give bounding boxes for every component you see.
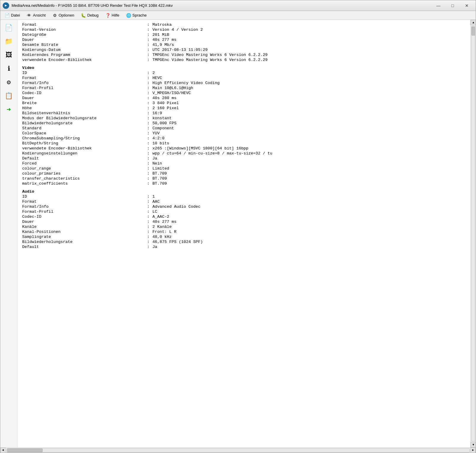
menu-item-datei[interactable]: 📄Datei	[1, 12, 23, 19]
row-key: verwendete Encoder-Bibliothek	[21, 146, 145, 151]
vertical-scrollbar-track[interactable]	[471, 26, 475, 441]
row-value: 201 MiB	[151, 32, 467, 37]
row-sep: :	[145, 121, 151, 126]
row-sep: :	[145, 161, 151, 166]
content-area[interactable]: Format:MatroskaFormat-Version:Version 4 …	[17, 20, 470, 447]
row-sep: :	[145, 111, 151, 116]
menu-item-optionen[interactable]: ⚙Optionen	[49, 12, 77, 19]
horizontal-scrollbar-track[interactable]	[6, 448, 470, 452]
row-value: Front: L R	[151, 229, 467, 234]
row-value: BT.709	[151, 181, 467, 186]
row-sep: :	[145, 194, 151, 199]
row-sep: :	[145, 209, 151, 214]
row-key: Höhe	[21, 106, 145, 111]
minimize-button[interactable]: —	[432, 1, 445, 10]
row-key: Format/Info	[21, 204, 145, 209]
table-row: Format:HEVC	[21, 75, 467, 80]
row-sep: :	[145, 32, 151, 37]
scroll-left-arrow[interactable]: ◄	[0, 448, 6, 453]
maximize-button[interactable]: □	[446, 1, 459, 10]
row-sep: :	[145, 136, 151, 141]
row-sep: :	[145, 96, 151, 101]
table-row: Dateigröße:201 MiB	[21, 32, 467, 37]
row-value: konstant	[151, 116, 467, 121]
table-row: colour_primaries:BT.709	[21, 171, 467, 176]
row-key: Gesamte Bitrate	[21, 42, 145, 47]
close-button[interactable]: ✕	[460, 1, 473, 10]
menu-item-hilfe[interactable]: ❓Hilfe	[102, 12, 122, 19]
row-value: Component	[151, 126, 467, 131]
row-sep: :	[145, 131, 151, 136]
row-sep: :	[145, 91, 151, 96]
info-table: Format:MatroskaFormat-Version:Version 4 …	[21, 22, 467, 249]
row-key: Codec-ID	[21, 91, 145, 96]
row-value: x265 :[Windows][MSVC 1800][64 bit] 16bpp	[151, 146, 467, 151]
row-value: Version 4 / Version 2	[151, 27, 467, 32]
row-key: Dauer	[21, 96, 145, 101]
row-value: Limited	[151, 166, 467, 171]
row-key: Forced	[21, 161, 145, 166]
table-row: Format/Info:Advanced Audio Codec	[21, 204, 467, 209]
main-area: 📄📁🖼ℹ⚙📋➜ Format:MatroskaFormat-Version:Ve…	[0, 20, 476, 447]
row-value: 16:9	[151, 111, 467, 116]
right-scrollbar[interactable]: ▲ ▼	[470, 20, 476, 447]
image-icon[interactable]: 🖼	[3, 49, 15, 61]
row-value: Main 10@L6.1@High	[151, 86, 467, 91]
menu-icon: 👁	[26, 13, 32, 18]
row-sep: :	[145, 214, 151, 219]
scroll-right-arrow[interactable]: ►	[470, 448, 476, 453]
horizontal-scrollbar-thumb[interactable]	[7, 449, 43, 452]
menu-item-debug[interactable]: 🐛Debug	[78, 12, 102, 19]
info-icon[interactable]: ℹ	[3, 62, 15, 75]
menu-item-ansicht[interactable]: 👁Ansicht	[23, 12, 49, 19]
empty-row	[21, 186, 467, 189]
row-sep: :	[145, 80, 151, 86]
row-sep: :	[145, 239, 151, 244]
row-sep: :	[145, 146, 151, 151]
copy-icon[interactable]: 📋	[3, 90, 15, 102]
table-row: Breite:3 840 Pixel	[21, 101, 467, 106]
table-row: Höhe:2 160 Pixel	[21, 106, 467, 111]
row-key: ID	[21, 70, 145, 75]
row-key: Format/Info	[21, 80, 145, 86]
row-value: LC	[151, 209, 467, 214]
arrow-icon[interactable]: ➜	[3, 103, 15, 116]
row-value: Ja	[151, 156, 467, 161]
row-key: Breite	[21, 101, 145, 106]
table-row: ID:1	[21, 194, 467, 199]
row-value: BT.709	[151, 176, 467, 181]
section-label: Audio	[21, 189, 467, 194]
row-value: 40s 277 ms	[151, 37, 467, 42]
vertical-scrollbar-thumb[interactable]	[472, 27, 475, 36]
row-value: 3 840 Pixel	[151, 101, 467, 106]
row-value: A_AAC-2	[151, 214, 467, 219]
row-sep: :	[145, 176, 151, 181]
table-row: Format:Matroska	[21, 22, 467, 27]
row-value: TMPGEnc Video Mastering Works 6 Version …	[151, 52, 467, 57]
row-sep: :	[145, 37, 151, 42]
scroll-down-arrow[interactable]: ▼	[471, 442, 476, 447]
empty-row	[21, 62, 467, 65]
horizontal-scrollbar[interactable]: ◄ ►	[0, 447, 476, 453]
folder-icon[interactable]: 📁	[3, 35, 15, 48]
menu-item-sprache[interactable]: 🌐Sprache	[123, 12, 149, 19]
row-key: Format-Version	[21, 27, 145, 32]
row-key: Default	[21, 156, 145, 161]
table-row: Dauer:40s 277 ms	[21, 37, 467, 42]
file-icon[interactable]: 📄	[3, 22, 15, 34]
row-key: matrix_coefficients	[21, 181, 145, 186]
row-sep: :	[145, 141, 151, 146]
section-header: Video	[21, 65, 467, 70]
settings-icon[interactable]: ⚙	[3, 76, 15, 88]
table-row: ChromaSubsampling/String:4:2:0	[21, 136, 467, 141]
row-sep: :	[145, 75, 151, 80]
scroll-up-arrow[interactable]: ▲	[471, 20, 476, 25]
menu-icon: 📄	[4, 13, 10, 18]
table-row: Kanäle:2 Kanäle	[21, 224, 467, 229]
row-sep: :	[145, 171, 151, 176]
app-icon: ▶	[3, 2, 9, 9]
row-key: colour_range	[21, 166, 145, 171]
row-key: Kodierungseinstellungen	[21, 151, 145, 156]
sidebar: 📄📁🖼ℹ⚙📋➜	[0, 20, 17, 447]
row-value: BT.709	[151, 171, 467, 176]
